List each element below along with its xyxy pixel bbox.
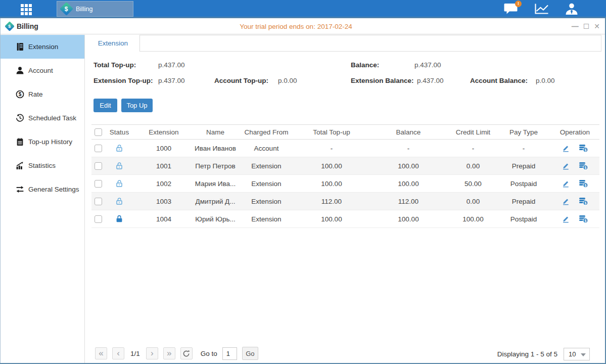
select-all-checkbox[interactable] <box>95 128 102 136</box>
billing-app-icon: $ <box>60 2 73 16</box>
cell-name: Иван Иванов <box>194 145 237 152</box>
edit-row-icon[interactable] <box>562 144 570 153</box>
cell-charged-from: Extension <box>237 162 296 170</box>
row-checkbox[interactable] <box>95 145 102 152</box>
cell-name: Юрий Юрь... <box>194 215 237 223</box>
cell-pay-type: Postpaid <box>497 215 550 223</box>
page-indicator: 1/1 <box>130 350 140 357</box>
top-up-row-icon[interactable]: $ <box>579 214 588 223</box>
row-checkbox[interactable] <box>95 198 102 205</box>
prev-page-button[interactable]: ‹ <box>112 347 124 359</box>
lock-status-icon[interactable] <box>115 197 124 206</box>
svg-text:$: $ <box>584 166 586 170</box>
col-header-extension: Extension <box>134 128 194 136</box>
notification-badge: ! <box>515 1 522 7</box>
last-page-button[interactable]: » <box>163 347 175 359</box>
goto-label: Go to <box>201 350 217 357</box>
window-titlebar: $ Billing Your trial period ends on: 201… <box>0 18 606 34</box>
extension-topup-label: Extension Top-up: <box>94 77 153 84</box>
refresh-button[interactable] <box>180 347 193 359</box>
statistics-icon <box>16 161 24 170</box>
table-header-row: Status Extension Name Charged From Total… <box>91 124 599 140</box>
cell-balance: 100.00 <box>367 215 449 223</box>
edit-button[interactable]: Edit <box>94 99 117 112</box>
col-header-status: Status <box>105 128 134 136</box>
maximize-button[interactable]: ☐ <box>583 23 590 30</box>
cell-charged-from: Extension <box>237 215 296 223</box>
sidebar-item-label: Extension <box>28 43 58 51</box>
edit-row-icon[interactable] <box>562 215 570 223</box>
sidebar-item-extension[interactable]: Extension <box>1 35 84 59</box>
taskbar-billing-tab[interactable]: $ Billing <box>57 1 133 17</box>
top-up-row-icon[interactable]: $ <box>579 144 588 153</box>
minimize-button[interactable]: — <box>572 23 579 30</box>
goto-page-input[interactable] <box>222 347 237 360</box>
chevron-down-icon <box>581 353 586 356</box>
top-up-row-icon[interactable]: $ <box>579 161 588 170</box>
tab-extension[interactable]: Extension <box>86 35 140 52</box>
extension-balance-value: p.437.00 <box>417 77 444 84</box>
app-launcher-icon[interactable] <box>21 4 32 15</box>
cell-extension: 1002 <box>134 180 194 188</box>
sidebar-item-statistics[interactable]: Statistics <box>1 154 84 177</box>
trial-notice: Your trial period ends on: 2017-02-24 <box>0 23 592 30</box>
cell-credit-limit: 50.00 <box>449 180 497 188</box>
cell-credit-limit: 0.00 <box>449 162 497 170</box>
first-page-button[interactable]: « <box>95 347 107 359</box>
cell-name: Мария Ива... <box>194 180 237 188</box>
sidebar-item-topup-history[interactable]: Top-up History <box>1 130 84 154</box>
sidebar-item-label: Statistics <box>28 162 56 169</box>
page-size-select[interactable]: 10 <box>564 348 590 360</box>
cell-extension: 1000 <box>134 145 194 152</box>
cell-credit-limit: 100.00 <box>449 215 497 223</box>
rate-icon: $ <box>16 90 24 99</box>
pagination-bar: « ‹ 1/1 › » Go to Go <box>95 347 258 360</box>
svg-text:$: $ <box>19 92 22 97</box>
resource-monitor-icon[interactable] <box>534 3 550 16</box>
next-page-button[interactable]: › <box>146 347 158 359</box>
sidebar-item-scheduled-task[interactable]: Scheduled Task <box>1 106 84 130</box>
notifications-icon[interactable]: ! <box>504 3 520 16</box>
cell-charged-from: Extension <box>237 198 296 205</box>
cell-total-topup: 100.00 <box>296 162 367 170</box>
user-account-icon[interactable] <box>565 3 581 16</box>
cell-charged-from: Extension <box>237 180 296 188</box>
svg-text:$: $ <box>584 184 586 188</box>
cell-name: Дмитрий Д... <box>194 198 237 205</box>
sidebar-item-label: Scheduled Task <box>28 114 76 122</box>
col-header-total-topup: Total Top-up <box>296 128 367 136</box>
col-header-operation: Operation <box>550 128 599 136</box>
extensions-table: Status Extension Name Charged From Total… <box>91 124 599 228</box>
extension-balance-label: Extension Balance: <box>351 77 414 84</box>
col-header-name: Name <box>194 128 237 136</box>
close-button[interactable]: ✕ <box>594 23 600 30</box>
svg-text:$: $ <box>584 219 586 223</box>
row-checkbox[interactable] <box>95 162 102 170</box>
edit-row-icon[interactable] <box>562 179 570 188</box>
extension-icon <box>16 42 24 51</box>
row-checkbox[interactable] <box>95 215 102 223</box>
top-taskbar: $ Billing ! <box>0 0 606 18</box>
top-up-button[interactable]: Top Up <box>121 99 153 112</box>
top-up-row-icon[interactable]: $ <box>579 197 588 206</box>
account-balance-value: p.0.00 <box>536 77 555 84</box>
sidebar-item-general-settings[interactable]: General Settings <box>1 177 84 201</box>
account-balance-label: Account Balance: <box>470 77 528 84</box>
account-icon <box>16 66 24 75</box>
lock-status-icon[interactable] <box>115 179 124 188</box>
lock-status-icon[interactable] <box>115 144 124 153</box>
cell-pay-type: Postpaid <box>497 180 550 188</box>
sidebar-item-account[interactable]: Account <box>1 59 84 82</box>
sidebar-item-label: Rate <box>28 90 43 98</box>
sidebar-item-rate[interactable]: $ Rate <box>1 82 84 106</box>
cell-total-topup: 100.00 <box>296 180 367 188</box>
top-up-row-icon[interactable]: $ <box>579 179 588 188</box>
cell-extension: 1001 <box>134 162 194 170</box>
lock-status-icon[interactable] <box>115 214 124 223</box>
row-checkbox[interactable] <box>95 180 102 188</box>
edit-row-icon[interactable] <box>562 162 570 170</box>
go-button[interactable]: Go <box>242 347 258 360</box>
lock-status-icon[interactable] <box>115 161 124 170</box>
edit-row-icon[interactable] <box>562 197 570 206</box>
pagination-right: Displaying 1 - 5 of 5 10 <box>497 348 590 360</box>
